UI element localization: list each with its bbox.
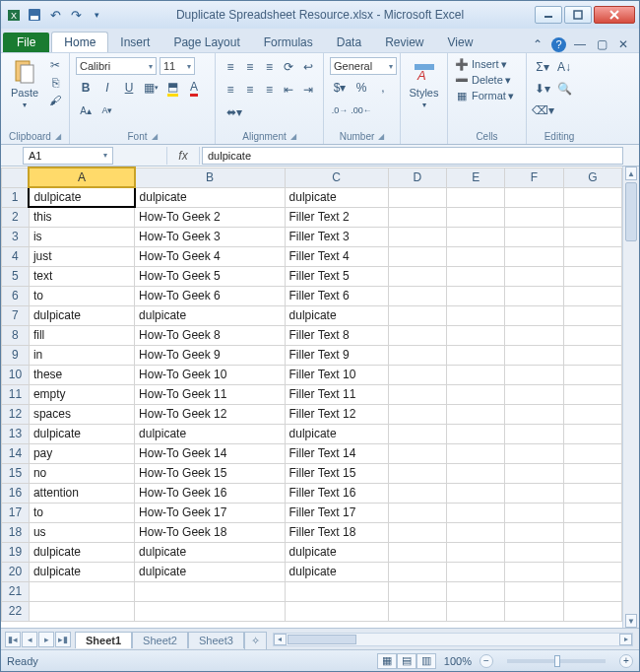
cell-A17[interactable]: to (29, 503, 134, 522)
select-all-corner[interactable] (2, 168, 30, 187)
cell-C1[interactable]: dulpicate (285, 187, 388, 207)
cell-E21[interactable] (447, 581, 505, 601)
cell-B6[interactable]: How-To Geek 6 (135, 286, 285, 305)
cell-A22[interactable] (29, 601, 134, 621)
page-break-view-icon[interactable]: ▥ (416, 653, 436, 669)
cell-C17[interactable]: Filler Text 17 (285, 503, 388, 522)
cell-D15[interactable] (388, 463, 446, 483)
row-header[interactable]: 16 (2, 483, 30, 503)
tab-insert[interactable]: Insert (108, 33, 161, 52)
cell-D19[interactable] (388, 542, 446, 562)
cell-F8[interactable] (505, 325, 563, 345)
cell-D1[interactable] (388, 187, 446, 207)
cell-B8[interactable]: How-To Geek 8 (135, 325, 285, 345)
cell-F5[interactable] (505, 266, 563, 286)
merge-center-button[interactable]: ⬌▾ (222, 102, 247, 122)
cell-E13[interactable] (447, 424, 505, 443)
cell-C3[interactable]: Filler Text 3 (285, 227, 388, 246)
tab-review[interactable]: Review (373, 33, 435, 52)
cell-A3[interactable]: is (29, 227, 134, 246)
sheet-last-icon[interactable]: ▸▮ (55, 632, 71, 647)
workbook-close-icon[interactable]: ✕ (615, 36, 631, 52)
cell-B21[interactable] (135, 581, 285, 601)
cell-C16[interactable]: Filler Text 16 (285, 483, 388, 503)
cell-G4[interactable] (563, 246, 621, 266)
cell-grid[interactable]: A B C D E F G 1dulpicatedulpicatedulpica… (1, 167, 622, 622)
cell-B12[interactable]: How-To Geek 12 (135, 404, 285, 424)
font-dialog-icon[interactable]: ◢ (152, 132, 158, 141)
border-button[interactable]: ▦▾ (141, 78, 160, 98)
help-icon[interactable]: ? (551, 37, 566, 52)
row-header[interactable]: 15 (2, 463, 30, 483)
format-painter-icon[interactable]: 🖌 (46, 93, 64, 108)
cell-E2[interactable] (447, 207, 505, 227)
cell-F1[interactable] (505, 187, 563, 207)
tab-file[interactable]: File (3, 33, 49, 52)
scroll-down-icon[interactable]: ▼ (625, 614, 637, 628)
sheet-tab-2[interactable]: Sheet2 (132, 632, 188, 648)
copy-icon[interactable]: ⎘ (46, 75, 64, 91)
cell-C18[interactable]: Filler Text 18 (285, 522, 388, 542)
insert-cells-button[interactable]: ➕Insert ▾ (454, 57, 520, 71)
cell-G14[interactable] (563, 443, 621, 463)
col-header-C[interactable]: C (285, 168, 388, 187)
alignment-dialog-icon[interactable]: ◢ (290, 132, 296, 141)
cell-C19[interactable]: dulpicate (285, 542, 388, 562)
decrease-font-icon[interactable]: A▾ (97, 101, 117, 120)
cell-F7[interactable] (505, 305, 563, 325)
cell-G18[interactable] (563, 522, 621, 542)
autosum-icon[interactable]: Σ▾ (533, 57, 552, 77)
cell-C5[interactable]: Filler Text 5 (285, 266, 388, 286)
cell-B14[interactable]: How-To Geek 14 (135, 443, 285, 463)
row-header[interactable]: 11 (2, 384, 30, 404)
cell-C10[interactable]: Filler Text 10 (285, 365, 388, 384)
cell-A1[interactable]: dulpicate (29, 187, 134, 207)
cell-F9[interactable] (505, 345, 563, 365)
cell-A14[interactable]: pay (29, 443, 134, 463)
styles-button[interactable]: A Styles▾ (407, 57, 441, 111)
align-top-icon[interactable]: ≡ (222, 57, 239, 77)
cell-F19[interactable] (505, 542, 563, 562)
cell-D8[interactable] (388, 325, 446, 345)
cell-G16[interactable] (563, 483, 621, 503)
col-header-A[interactable]: A (29, 168, 134, 187)
cell-D16[interactable] (388, 483, 446, 503)
cell-D9[interactable] (388, 345, 446, 365)
cell-G17[interactable] (563, 503, 621, 522)
cell-A20[interactable]: dulpicate (29, 562, 134, 581)
sheet-prev-icon[interactable]: ◂ (22, 632, 37, 647)
cell-E20[interactable] (447, 562, 505, 581)
tab-formulas[interactable]: Formulas (252, 33, 325, 52)
clear-icon[interactable]: ⌫▾ (533, 101, 552, 120)
sheet-first-icon[interactable]: ▮◂ (5, 632, 21, 647)
cell-F17[interactable] (505, 503, 563, 522)
cell-E19[interactable] (447, 542, 505, 562)
underline-button[interactable]: U (119, 78, 139, 98)
cell-E10[interactable] (447, 365, 505, 384)
cell-B19[interactable]: dulpicate (135, 542, 285, 562)
cell-D20[interactable] (388, 562, 446, 581)
cell-E4[interactable] (447, 246, 505, 266)
cell-D2[interactable] (388, 207, 446, 227)
cell-A6[interactable]: to (29, 286, 134, 305)
delete-cells-button[interactable]: ➖Delete ▾ (454, 73, 520, 87)
cell-B18[interactable]: How-To Geek 18 (135, 522, 285, 542)
vertical-scrollbar[interactable]: ▲ ▼ (622, 167, 639, 628)
workbook-restore-icon[interactable]: ▢ (594, 36, 609, 52)
decrease-indent-icon[interactable]: ⇤ (280, 80, 297, 100)
cell-A15[interactable]: no (29, 463, 134, 483)
col-header-G[interactable]: G (563, 168, 621, 187)
cell-B9[interactable]: How-To Geek 9 (135, 345, 285, 365)
cell-B16[interactable]: How-To Geek 16 (135, 483, 285, 503)
cell-E12[interactable] (447, 404, 505, 424)
percent-format-icon[interactable]: % (352, 78, 371, 98)
cell-E5[interactable] (447, 266, 505, 286)
sheet-next-icon[interactable]: ▸ (38, 632, 54, 647)
row-header[interactable]: 6 (2, 286, 30, 305)
minimize-ribbon-icon[interactable]: ⌃ (530, 36, 545, 52)
cell-F2[interactable] (505, 207, 563, 227)
cell-B11[interactable]: How-To Geek 11 (135, 384, 285, 404)
cell-C14[interactable]: Filler Text 14 (285, 443, 388, 463)
cell-F15[interactable] (505, 463, 563, 483)
name-box[interactable]: A1▾ (23, 147, 113, 165)
